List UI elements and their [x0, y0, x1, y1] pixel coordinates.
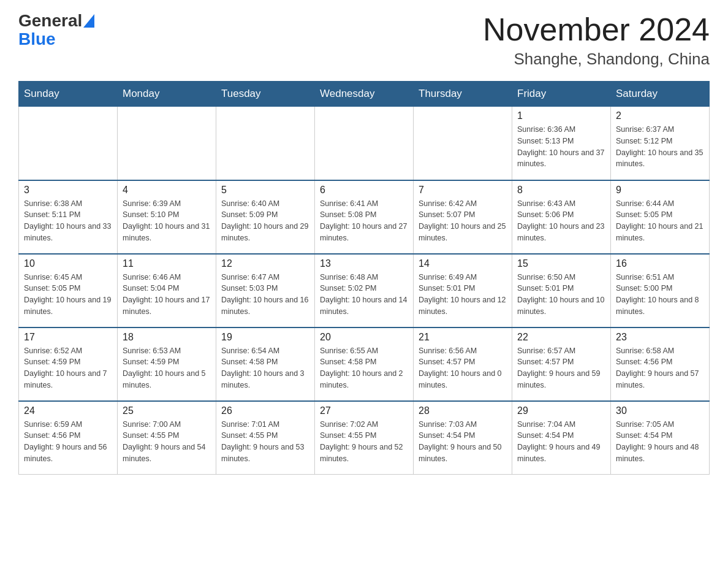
day-info: Sunrise: 6:48 AMSunset: 5:02 PMDaylight:… [320, 272, 408, 318]
day-info: Sunrise: 6:36 AMSunset: 5:13 PMDaylight:… [517, 124, 605, 170]
day-info: Sunrise: 6:37 AMSunset: 5:12 PMDaylight:… [616, 124, 704, 170]
calendar-cell: 7Sunrise: 6:42 AMSunset: 5:07 PMDaylight… [414, 180, 512, 254]
calendar-cell [216, 107, 315, 180]
week-row-4: 17Sunrise: 6:52 AMSunset: 4:59 PMDayligh… [19, 327, 710, 401]
day-info: Sunrise: 6:58 AMSunset: 4:56 PMDaylight:… [616, 345, 704, 391]
logo-blue-text: Blue [18, 29, 56, 49]
day-number: 11 [123, 258, 211, 269]
day-info: Sunrise: 7:04 AMSunset: 4:54 PMDaylight:… [517, 419, 605, 465]
day-number: 8 [517, 185, 605, 196]
location-subtitle: Shanghe, Shandong, China [483, 50, 710, 69]
calendar-cell: 2Sunrise: 6:37 AMSunset: 5:12 PMDaylight… [611, 107, 710, 180]
day-number: 28 [419, 405, 507, 416]
day-number: 22 [517, 332, 605, 343]
logo-triangle-icon [83, 14, 94, 28]
calendar-cell: 25Sunrise: 7:00 AMSunset: 4:55 PMDayligh… [118, 401, 216, 475]
day-number: 12 [221, 258, 309, 269]
day-number: 10 [24, 258, 112, 269]
page-header: General Blue November 2024 Shanghe, Shan… [18, 12, 710, 69]
calendar-table: SundayMondayTuesdayWednesdayThursdayFrid… [18, 81, 710, 475]
day-number: 7 [419, 185, 507, 196]
day-number: 4 [123, 185, 211, 196]
day-number: 24 [24, 405, 112, 416]
day-number: 9 [616, 185, 704, 196]
calendar-cell: 19Sunrise: 6:54 AMSunset: 4:58 PMDayligh… [216, 327, 315, 401]
day-info: Sunrise: 6:53 AMSunset: 4:59 PMDaylight:… [123, 345, 211, 391]
day-info: Sunrise: 6:40 AMSunset: 5:09 PMDaylight:… [221, 198, 309, 244]
col-header-monday: Monday [118, 82, 216, 107]
day-number: 27 [320, 405, 408, 416]
calendar-cell: 26Sunrise: 7:01 AMSunset: 4:55 PMDayligh… [216, 401, 315, 475]
day-number: 29 [517, 405, 605, 416]
col-header-friday: Friday [512, 82, 611, 107]
calendar-cell: 13Sunrise: 6:48 AMSunset: 5:02 PMDayligh… [315, 254, 414, 327]
day-info: Sunrise: 7:02 AMSunset: 4:55 PMDaylight:… [320, 419, 408, 465]
calendar-cell: 29Sunrise: 7:04 AMSunset: 4:54 PMDayligh… [512, 401, 611, 475]
day-info: Sunrise: 6:49 AMSunset: 5:01 PMDaylight:… [419, 272, 507, 318]
calendar-cell: 5Sunrise: 6:40 AMSunset: 5:09 PMDaylight… [216, 180, 315, 254]
day-info: Sunrise: 6:45 AMSunset: 5:05 PMDaylight:… [24, 272, 112, 318]
day-info: Sunrise: 7:01 AMSunset: 4:55 PMDaylight:… [221, 419, 309, 465]
calendar-cell: 9Sunrise: 6:44 AMSunset: 5:05 PMDaylight… [611, 180, 710, 254]
day-number: 25 [123, 405, 211, 416]
calendar-cell: 15Sunrise: 6:50 AMSunset: 5:01 PMDayligh… [512, 254, 611, 327]
day-number: 13 [320, 258, 408, 269]
col-header-thursday: Thursday [414, 82, 512, 107]
day-info: Sunrise: 6:57 AMSunset: 4:57 PMDaylight:… [517, 345, 605, 391]
day-info: Sunrise: 7:00 AMSunset: 4:55 PMDaylight:… [123, 419, 211, 465]
calendar-cell: 20Sunrise: 6:55 AMSunset: 4:58 PMDayligh… [315, 327, 414, 401]
day-number: 16 [616, 258, 704, 269]
title-area: November 2024 Shanghe, Shandong, China [483, 12, 710, 69]
day-number: 17 [24, 332, 112, 343]
day-info: Sunrise: 6:50 AMSunset: 5:01 PMDaylight:… [517, 272, 605, 318]
logo-general-text: General [18, 12, 82, 29]
calendar-cell: 1Sunrise: 6:36 AMSunset: 5:13 PMDaylight… [512, 107, 611, 180]
day-number: 5 [221, 185, 309, 196]
calendar-cell: 12Sunrise: 6:47 AMSunset: 5:03 PMDayligh… [216, 254, 315, 327]
day-info: Sunrise: 6:43 AMSunset: 5:06 PMDaylight:… [517, 198, 605, 244]
day-info: Sunrise: 6:56 AMSunset: 4:57 PMDaylight:… [419, 345, 507, 391]
calendar-cell: 27Sunrise: 7:02 AMSunset: 4:55 PMDayligh… [315, 401, 414, 475]
day-number: 19 [221, 332, 309, 343]
calendar-cell: 24Sunrise: 6:59 AMSunset: 4:56 PMDayligh… [19, 401, 118, 475]
month-title: November 2024 [483, 12, 710, 47]
col-header-saturday: Saturday [611, 82, 710, 107]
day-number: 1 [517, 110, 605, 121]
day-info: Sunrise: 6:38 AMSunset: 5:11 PMDaylight:… [24, 198, 112, 244]
day-info: Sunrise: 6:54 AMSunset: 4:58 PMDaylight:… [221, 345, 309, 391]
day-info: Sunrise: 6:41 AMSunset: 5:08 PMDaylight:… [320, 198, 408, 244]
calendar-cell: 14Sunrise: 6:49 AMSunset: 5:01 PMDayligh… [414, 254, 512, 327]
calendar-cell: 16Sunrise: 6:51 AMSunset: 5:00 PMDayligh… [611, 254, 710, 327]
day-number: 23 [616, 332, 704, 343]
day-info: Sunrise: 7:05 AMSunset: 4:54 PMDaylight:… [616, 419, 704, 465]
day-info: Sunrise: 6:55 AMSunset: 4:58 PMDaylight:… [320, 345, 408, 391]
calendar-cell: 11Sunrise: 6:46 AMSunset: 5:04 PMDayligh… [118, 254, 216, 327]
calendar-cell: 18Sunrise: 6:53 AMSunset: 4:59 PMDayligh… [118, 327, 216, 401]
day-number: 20 [320, 332, 408, 343]
day-info: Sunrise: 6:39 AMSunset: 5:10 PMDaylight:… [123, 198, 211, 244]
day-number: 6 [320, 185, 408, 196]
day-number: 26 [221, 405, 309, 416]
logo: General Blue [18, 12, 94, 49]
calendar-cell: 28Sunrise: 7:03 AMSunset: 4:54 PMDayligh… [414, 401, 512, 475]
day-info: Sunrise: 6:42 AMSunset: 5:07 PMDaylight:… [419, 198, 507, 244]
calendar-cell: 8Sunrise: 6:43 AMSunset: 5:06 PMDaylight… [512, 180, 611, 254]
day-number: 3 [24, 185, 112, 196]
day-number: 2 [616, 110, 704, 121]
calendar-cell [19, 107, 118, 180]
calendar-cell [315, 107, 414, 180]
calendar-cell: 30Sunrise: 7:05 AMSunset: 4:54 PMDayligh… [611, 401, 710, 475]
calendar-cell: 10Sunrise: 6:45 AMSunset: 5:05 PMDayligh… [19, 254, 118, 327]
day-info: Sunrise: 6:44 AMSunset: 5:05 PMDaylight:… [616, 198, 704, 244]
calendar-cell: 22Sunrise: 6:57 AMSunset: 4:57 PMDayligh… [512, 327, 611, 401]
calendar-cell [118, 107, 216, 180]
day-number: 21 [419, 332, 507, 343]
day-number: 14 [419, 258, 507, 269]
day-number: 15 [517, 258, 605, 269]
col-header-sunday: Sunday [19, 82, 118, 107]
calendar-cell: 17Sunrise: 6:52 AMSunset: 4:59 PMDayligh… [19, 327, 118, 401]
col-header-tuesday: Tuesday [216, 82, 315, 107]
calendar-cell: 3Sunrise: 6:38 AMSunset: 5:11 PMDaylight… [19, 180, 118, 254]
day-number: 30 [616, 405, 704, 416]
day-info: Sunrise: 6:59 AMSunset: 4:56 PMDaylight:… [24, 419, 112, 465]
